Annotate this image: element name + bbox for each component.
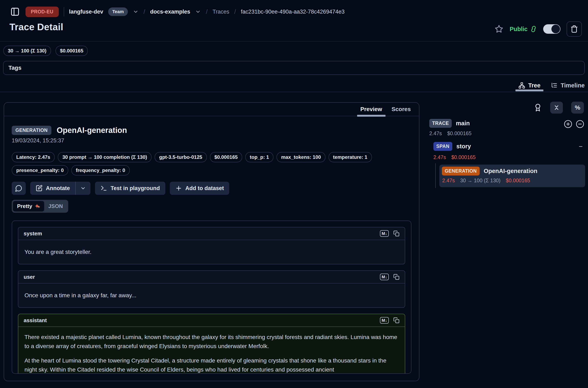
annotate-label: Annotate: [46, 185, 70, 192]
assistant-paragraph: There existed a majestic planet called L…: [24, 333, 399, 351]
edit-icon: [36, 185, 43, 192]
message-system: system M↓ You are a great storyteller.: [18, 227, 405, 264]
top-p-badge: top_p: 1: [245, 152, 273, 162]
trace-metrics: 2.47s $0.000165: [429, 130, 472, 136]
cost-badge: $0.000165: [55, 46, 88, 56]
star-icon[interactable]: [495, 24, 503, 34]
chevron-down-icon[interactable]: [195, 9, 201, 15]
annotate-button[interactable]: Annotate: [30, 182, 75, 195]
generation-latency: 2.47s: [442, 177, 455, 184]
sidebar-toggle-icon[interactable]: [9, 6, 21, 17]
tree-indent-guide: [435, 163, 436, 188]
tab-scores[interactable]: Scores: [392, 106, 411, 113]
observation-name: OpenAI-generation: [57, 126, 127, 135]
tags-label: Tags: [8, 65, 21, 71]
test-in-playground-button[interactable]: Test in playground: [95, 182, 165, 195]
trace-type-badge: TRACE: [429, 119, 452, 128]
chevron-down-icon[interactable]: [133, 9, 138, 15]
format-pretty-button[interactable]: Pretty ✦✦: [13, 201, 44, 212]
tree-node-span[interactable]: SPAN story: [433, 142, 471, 151]
copy-icon[interactable]: [393, 230, 400, 237]
message-assistant: assistant M↓ There existed a majestic pl…: [18, 314, 405, 374]
tab-preview-label: Preview: [361, 106, 382, 112]
minus-circle-icon[interactable]: [576, 120, 584, 128]
sparkles-icon: ✦✦: [35, 203, 40, 209]
observation-timestamp: 19/03/2024, 15:25:37: [12, 137, 411, 144]
comment-button[interactable]: [12, 182, 26, 195]
tree-node-trace[interactable]: TRACE main: [429, 119, 470, 128]
observation-badges-row-1: Latency: 2.47s 30 prompt → 100 completio…: [12, 152, 411, 162]
collapse-node-icon[interactable]: −: [579, 143, 583, 150]
chevron-down-icon: [80, 185, 86, 191]
observation-header: GENERATION OpenAI-generation: [12, 126, 411, 135]
markdown-toggle-icon[interactable]: M↓: [380, 317, 389, 324]
message-role: assistant: [24, 317, 47, 324]
markdown-toggle-icon[interactable]: M↓: [380, 230, 389, 237]
plus-icon: [175, 185, 182, 192]
markdown-toggle-icon[interactable]: M↓: [380, 274, 389, 280]
tab-preview[interactable]: Preview: [361, 106, 382, 113]
span-type-badge: SPAN: [433, 142, 452, 151]
toggle-knob: [551, 25, 560, 33]
breadcrumb-traces[interactable]: Traces: [213, 9, 229, 15]
divider: [0, 41, 588, 42]
message-header: user M↓: [18, 271, 405, 284]
collapse-all-button[interactable]: [550, 102, 563, 114]
message-content: There existed a majestic planet called L…: [18, 327, 405, 374]
chevrons-collapse-icon: [553, 104, 560, 111]
copy-icon[interactable]: [393, 317, 400, 323]
breadcrumb-slash: /: [143, 8, 145, 15]
comment-icon: [15, 185, 23, 192]
tree-toolbar: %: [534, 102, 584, 114]
playground-label: Test in playground: [111, 185, 160, 192]
observation-card: Preview Scores GENERATION OpenAI-generat…: [4, 102, 419, 381]
view-tabs: Tree Timeline: [518, 79, 585, 92]
tree-icon: [518, 82, 525, 89]
page-title: Trace Detail: [9, 21, 63, 32]
timeline-icon: [551, 82, 558, 89]
trace-name: main: [456, 120, 470, 127]
breadcrumb-org[interactable]: langfuse-dev: [69, 9, 103, 15]
breadcrumb: PROD-EU langfuse-dev Team / docs-example…: [9, 6, 345, 17]
title-actions: Public: [495, 21, 582, 37]
pretty-label: Pretty: [17, 203, 32, 209]
add-to-dataset-button[interactable]: Add to dataset: [170, 182, 229, 195]
public-share-link[interactable]: Public: [510, 25, 537, 32]
frequency-penalty-badge: frequency_penalty: 0: [71, 165, 130, 175]
metrics-toggle-button[interactable]: %: [571, 102, 584, 114]
breadcrumb-slash: /: [234, 8, 236, 15]
panel-tabs: Preview Scores: [4, 103, 419, 116]
tab-timeline[interactable]: Timeline: [551, 82, 585, 89]
span-latency: 2.47s: [433, 154, 446, 160]
max-tokens-badge: max_tokens: 100: [276, 152, 325, 162]
message-content: You are a great storyteller.: [18, 240, 405, 264]
active-tab-indicator: [357, 115, 385, 117]
add-to-dataset-label: Add to dataset: [185, 185, 224, 192]
message-tools: M↓: [380, 317, 400, 324]
format-json-button[interactable]: JSON: [44, 201, 67, 212]
cost-badge: $0.000165: [210, 152, 242, 162]
message-header: assistant M↓: [18, 314, 405, 327]
public-toggle[interactable]: [543, 24, 561, 34]
trace-detail-page: PROD-EU langfuse-dev Team / docs-example…: [0, 0, 588, 388]
message-role: user: [24, 274, 35, 280]
plus-circle-icon[interactable]: [564, 120, 572, 128]
generation-node-header: GENERATION OpenAI-generation: [442, 167, 583, 175]
tags-box[interactable]: Tags: [3, 61, 585, 75]
copy-icon[interactable]: [393, 274, 400, 280]
tree-node-generation-selected[interactable]: GENERATION OpenAI-generation 2.47s 30 → …: [439, 165, 585, 187]
public-label: Public: [510, 26, 528, 32]
span-name: story: [456, 143, 471, 150]
observation-body: GENERATION OpenAI-generation 19/03/2024,…: [4, 126, 419, 374]
breadcrumb-separator-bar: [64, 7, 64, 17]
latency-badge: Latency: 2.47s: [12, 152, 55, 162]
breadcrumb-project[interactable]: docs-examples: [150, 9, 190, 15]
tab-tree[interactable]: Tree: [518, 82, 541, 89]
delete-trace-button[interactable]: [567, 21, 582, 37]
annotate-dropdown-button[interactable]: [76, 182, 90, 195]
award-icon[interactable]: [534, 103, 542, 112]
generation-name: OpenAI-generation: [484, 168, 537, 174]
span-cost: $0.000165: [451, 154, 475, 160]
observation-type-badge: GENERATION: [12, 126, 51, 135]
active-tab-indicator: [515, 90, 543, 91]
